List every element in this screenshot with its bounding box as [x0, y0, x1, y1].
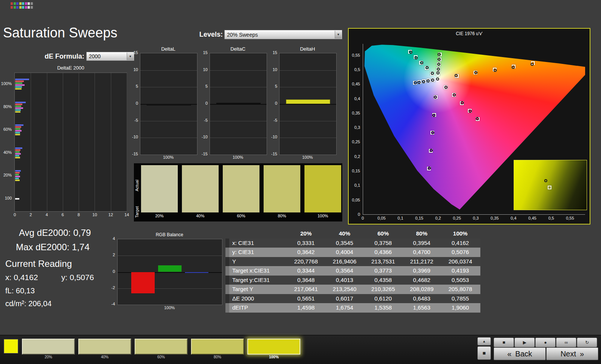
cie-measured-cyan [422, 80, 425, 83]
mini-pattern-color[interactable] [31, 6, 33, 9]
play-icon: ▶ [523, 340, 526, 345]
record-button[interactable]: ● [535, 338, 556, 347]
axis-label: -4 [111, 302, 115, 306]
cie-measured-magenta [461, 101, 464, 104]
gridline [210, 121, 267, 121]
pattern-window-toggle-button[interactable]: ■ [477, 346, 491, 360]
table-header-cell: 100% [441, 229, 480, 239]
mini-pattern-color[interactable] [11, 2, 13, 5]
cie-measured-magenta [453, 93, 456, 96]
next-button[interactable]: Next » [546, 347, 598, 360]
back-button[interactable]: « Back [494, 347, 546, 360]
deltae-bar-yellow [15, 134, 20, 135]
gridline [111, 73, 111, 211]
cie-measured-blue [428, 167, 431, 170]
axis-label: -2 [111, 285, 115, 290]
stop-button[interactable]: ■ [494, 338, 514, 347]
levels-dropdown[interactable]: 20% Sweeps ▼ [224, 30, 342, 39]
deltae-bar-blue [15, 79, 29, 80]
cie-xtick: 0,3 [473, 216, 478, 220]
deltae-xtick: 12 [109, 212, 113, 217]
axis-label: 0 [136, 101, 138, 105]
eject-button[interactable]: ▲ [477, 337, 491, 345]
current-pattern-swatch[interactable] [4, 339, 18, 353]
swatch-100% [304, 165, 342, 213]
mini-pattern-color[interactable] [22, 2, 24, 5]
loop-icon: ∞ [565, 340, 568, 345]
pattern-swatch-label: 20% [22, 355, 75, 359]
pattern-swatch-60%[interactable] [135, 339, 188, 355]
pattern-swatch-label: 100% [247, 355, 300, 359]
mini-pattern-color[interactable] [31, 2, 33, 5]
de-formula-dropdown[interactable]: 2000 ▼ [86, 52, 134, 61]
table-cell: 211,2172 [402, 257, 441, 266]
mini-pattern-color[interactable] [16, 6, 19, 9]
mini-pattern-color[interactable] [19, 2, 22, 5]
mini-pattern-color[interactable] [22, 6, 24, 9]
deltae-chart-title: DeltaE 2000 [14, 65, 127, 71]
swatch-label: 20% [141, 214, 178, 218]
table-cell: 0,6483 [402, 294, 441, 304]
deltae-axis-label: 100 [5, 196, 12, 200]
reading-x: x: 0,4162 [5, 273, 38, 282]
mini-pattern-color[interactable] [14, 6, 16, 9]
actual-row-label: Actual [135, 168, 139, 191]
table-row: Target y:CIE310,36480,40130,43580,46820,… [225, 276, 480, 285]
cie-ytick: 0,45 [352, 82, 360, 86]
deltae-bar-magenta [15, 153, 21, 155]
deltae-bar-green [15, 151, 20, 153]
pattern-swatch-100%[interactable] [247, 339, 300, 355]
deltae-xticks: 02468101214 [15, 212, 127, 218]
pattern-swatch-20%[interactable] [22, 339, 75, 355]
table-cell: 1,5358 [364, 303, 402, 313]
table-cell: 0,4162 [441, 239, 480, 248]
mini-pattern-color[interactable] [28, 2, 30, 5]
mini-pattern-color[interactable] [16, 2, 19, 5]
mini-pattern-color[interactable] [28, 6, 30, 9]
table-gutter [225, 266, 229, 276]
table-cell: 0,3773 [364, 266, 402, 276]
mini-pattern-color[interactable] [14, 2, 16, 5]
table-gutter [225, 229, 229, 239]
play-button[interactable]: ▶ [514, 338, 535, 347]
levels-value: 20% Sweeps [227, 32, 258, 38]
axis-label: 15 [203, 50, 208, 55]
cie-xtick: 0,15 [415, 216, 423, 220]
gridline [280, 87, 336, 87]
rgb-balance-plot [117, 239, 222, 305]
pattern-swatch-80%[interactable] [191, 339, 244, 355]
cie-chart-title: CIE 1976 u'v' [349, 31, 590, 36]
cie-inset-circle [544, 179, 547, 182]
cie-measured-green [409, 51, 412, 54]
deltae-bar-magenta [15, 130, 22, 132]
table-row-label: Target x:CIE31 [229, 266, 287, 276]
gridline [280, 104, 336, 105]
axis-label: 0 [275, 101, 277, 105]
loop-button[interactable]: ∞ [556, 338, 576, 347]
refresh-button[interactable]: ↻ [577, 338, 597, 347]
deltae-bar-yellow [15, 180, 20, 181]
cie-ytick: 0 [358, 212, 360, 217]
table-cell: 0,4013 [325, 276, 364, 285]
rgb-balance-title: RGB Balance [117, 232, 222, 237]
table-cell: 220,7768 [287, 257, 325, 266]
deltae-bar-green [15, 105, 21, 107]
table-cell: 0,3758 [364, 239, 402, 248]
pattern-swatch-label: 40% [78, 355, 131, 359]
table-cell: 0,3545 [325, 239, 364, 248]
cie-ytick: 0,2 [354, 154, 360, 159]
cie-measured-blue [430, 149, 433, 152]
deltae-bar-green [15, 174, 19, 175]
cie-measured-cyan [418, 81, 421, 84]
back-button-label: Back [515, 350, 532, 358]
pattern-swatch-40%[interactable] [78, 339, 131, 355]
mini-pattern-color[interactable] [11, 6, 13, 9]
axis-label: 10 [134, 67, 138, 72]
gridline [63, 73, 63, 211]
table-row: dEITP1,45981,67541,53581,65631,9060 [225, 303, 480, 313]
mini-pattern-color[interactable] [19, 6, 22, 9]
table-header-label [229, 229, 287, 239]
mini-pattern-color[interactable] [25, 6, 27, 9]
cie-zoom-inset [514, 160, 587, 210]
mini-pattern-color[interactable] [25, 2, 27, 5]
